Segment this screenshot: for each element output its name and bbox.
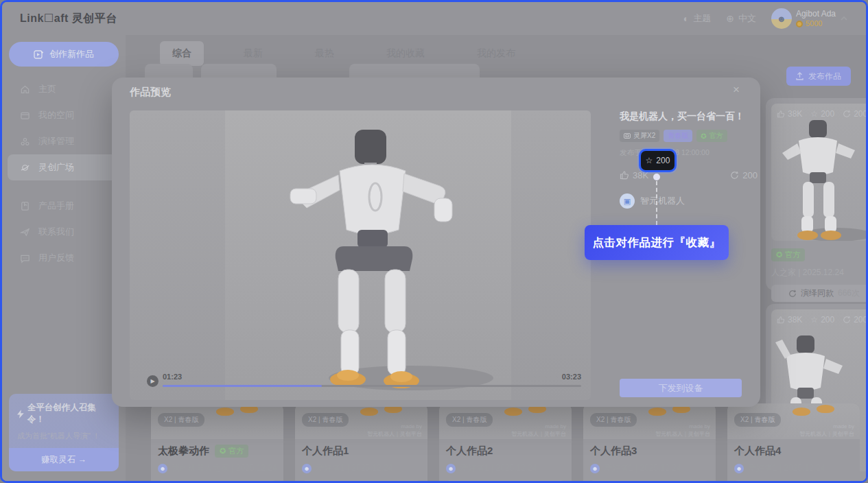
publish-work-button[interactable]: 发布作品 [786, 67, 851, 86]
work-title: 个人作品1 [302, 445, 349, 458]
theme-toggle[interactable]: ◐ 主题 [683, 12, 711, 25]
upload-icon [796, 72, 804, 80]
work-card-personal-4[interactable]: X2 | 青春版 made by智元机器人｜灵创平台 个人作品4 ☻爱好者1 |… [727, 403, 860, 481]
work-card-personal-3[interactable]: X2 | 青春版 made by智元机器人｜灵创平台 个人作品3 ☻爱好者1 |… [583, 403, 716, 481]
tour-connector-dot [653, 174, 660, 180]
tour-connector-line [656, 181, 657, 225]
watermark: made by [833, 423, 854, 429]
work-card-personal-1[interactable]: X2 | 青春版 made by智元机器人｜灵创平台 个人作品1 ☻爱好者1 |… [295, 403, 427, 481]
user-menu[interactable]: ☻ Agibot Ada 5000 [771, 8, 848, 29]
work-byline: 爱好者1 | 2025.12.24 [460, 462, 537, 474]
promo-subtitle: 成为首批"机器人导演" ！ [17, 431, 110, 441]
create-new-work-button[interactable]: 创作新作品 [9, 42, 119, 67]
publish-date: 发布于 2023/08/08 12:00:00 [620, 148, 743, 158]
tab-my-favorites[interactable]: 我的收藏 [374, 41, 437, 66]
reuse-button[interactable]: 演绎同款 666次 [158, 480, 277, 481]
reuse-button[interactable]: 演绎同款 666次 [302, 480, 421, 481]
reuse-label: 演绎同款 [801, 287, 834, 299]
sidebar-label: 灵创广场 [38, 161, 74, 174]
robot-video-art [267, 123, 493, 397]
author-avatar: ▣ [620, 193, 635, 209]
sidebar-label: 我的空间 [38, 109, 74, 121]
cluster-icon [20, 137, 30, 147]
star-icon: ☆ [646, 156, 653, 165]
watermark: made by [545, 423, 566, 429]
create-button-label: 创作新作品 [49, 48, 94, 60]
reuse-button[interactable]: 演绎同款 666次 [734, 480, 853, 481]
work-byline: 人之家 | 2025.12.24 [771, 267, 868, 279]
official-check-icon: ✪ [776, 250, 782, 259]
watermark: made by [689, 423, 710, 429]
sidebar-label: 产品手册 [38, 200, 74, 212]
sidebar-item-my-space[interactable]: 我的空间 [8, 102, 120, 128]
language-switch[interactable]: ⊕ 中文 [726, 12, 756, 25]
robot-thumbnail-art [771, 115, 868, 241]
favorite-button-highlight[interactable]: ☆ 200 [639, 149, 677, 172]
top-bar: Link☐aft 灵创平台 ◐ 主题 ⊕ 中文 ☻ Agibot Ada 500… [2, 2, 866, 35]
book-icon [20, 201, 30, 211]
globe-icon: ⊕ [726, 13, 734, 24]
sidebar-item-lingchuang-plaza[interactable]: 灵创广场 [8, 154, 120, 180]
earn-lingshi-button[interactable]: 赚取灵石 → [9, 448, 119, 471]
home-icon [20, 84, 30, 95]
lightning-icon [17, 410, 24, 419]
model-tag: 灵犀X2 [620, 130, 659, 142]
sidebar-item-performance-management[interactable]: 演绎管理 [8, 128, 120, 154]
work-card-taiji[interactable]: X2 | 青春版 太极拳动作 ✪官方 ☻我的机器人之家 | 2025.12.24… [151, 403, 283, 481]
work-thumbnail: X2 | 青春版 made by智元机器人｜灵创平台 [727, 403, 860, 439]
creator-promo-card: 全平台创作人召集令！ 成为首批"机器人导演" ！ 赚取灵石 → [9, 394, 119, 471]
work-title: 太极拳动作 [158, 445, 209, 458]
watermark: 智元机器人｜灵创平台 [655, 431, 710, 437]
reuse-button[interactable]: 演绎同款 666次 [590, 480, 709, 481]
sidebar-label: 用户反馈 [38, 252, 74, 264]
work-title: 个人作品2 [446, 445, 493, 458]
watermark: 智元机器人｜灵创平台 [367, 431, 422, 437]
work-byline: 爱好者1 | 2025.12.24 [316, 462, 393, 474]
coin-count: 5000 [806, 19, 822, 29]
favorite-count: 200 [656, 156, 670, 165]
work-title: 个人作品4 [734, 445, 781, 458]
author-avatar: ☻ [446, 464, 456, 473]
app-window: Link☐aft 灵创平台 ◐ 主题 ⊕ 中文 ☻ Agibot Ada 500… [0, 0, 868, 483]
work-thumbnail: X2 | 青春版 made by智元机器人｜灵创平台 [295, 403, 427, 439]
work-byline: 爱好者1 | 2025.12.24 [604, 462, 681, 474]
chevron-up-icon [840, 16, 848, 21]
tab-hottest[interactable]: 最热 [303, 41, 347, 66]
reuse-button[interactable]: 演绎同款 666次 [446, 480, 565, 481]
share-stat[interactable]: 200 [730, 170, 758, 180]
sidebar-label: 演绎管理 [38, 135, 74, 148]
planet-icon [20, 163, 30, 173]
work-thumbnail: X2 | 青春版 [151, 403, 283, 439]
official-check-icon: ✪ [220, 447, 226, 456]
close-icon[interactable]: × [733, 83, 740, 97]
work-card-personal-2[interactable]: X2 | 青春版 made by智元机器人｜灵创平台 个人作品2 ☻爱好者1 |… [439, 403, 572, 481]
model-badge: X2 | 青春版 [158, 413, 204, 427]
total-time: 03:23 [562, 373, 581, 381]
share-icon [730, 171, 739, 180]
work-byline: 我的机器人之家 | 2025.12.24 [172, 462, 277, 474]
official-label: 官方 [785, 250, 800, 260]
author-name: 智元机器人 [640, 195, 685, 207]
progress-bar[interactable] [163, 385, 581, 387]
sidebar-item-user-feedback[interactable]: 用户反馈 [8, 245, 120, 271]
watermark: 智元机器人｜灵创平台 [799, 431, 854, 437]
deploy-to-device-button[interactable]: 下发到设备 [620, 379, 742, 397]
tab-my-posts[interactable]: 我的发布 [465, 41, 528, 66]
author-avatar: ☻ [302, 464, 312, 473]
tab-comprehensive[interactable]: 综合 [160, 41, 204, 66]
sidebar-item-product-manual[interactable]: 产品手册 [8, 193, 120, 219]
sidebar-item-contact-us[interactable]: 联系我们 [8, 219, 120, 245]
progress-fill [163, 385, 322, 387]
author-row[interactable]: ▣ 智元机器人 [620, 193, 743, 209]
plaza-tabs: 综合 最新 最热 我的收藏 我的发布 [160, 41, 528, 66]
tab-newest[interactable]: 最新 [231, 41, 275, 66]
work-card[interactable]: 38K ☆200 200 [766, 98, 868, 290]
reuse-button[interactable]: 演绎同款 666次 [771, 285, 868, 302]
modal-title: 作品预览 [130, 86, 171, 99]
play-button[interactable]: ▶ [147, 375, 159, 387]
sidebar-item-home[interactable]: 主页 [8, 76, 120, 102]
publish-button-label: 发布作品 [808, 71, 841, 82]
user-name: Agibot Ada [796, 9, 836, 19]
author-avatar: ☻ [734, 464, 744, 473]
video-player-controls: ▶ 01:23 03:23 [145, 373, 589, 393]
